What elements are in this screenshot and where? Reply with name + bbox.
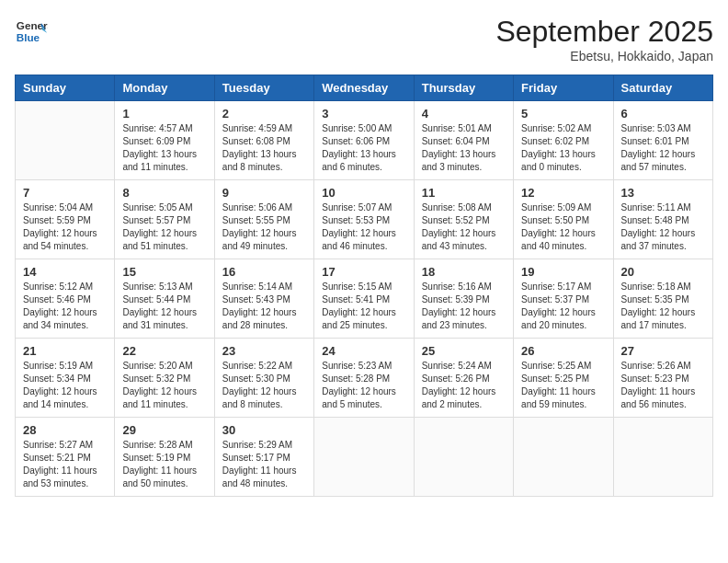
svg-text:Blue: Blue (17, 31, 40, 43)
weekday-header-row: SundayMondayTuesdayWednesdayThursdayFrid… (16, 75, 713, 101)
day-number: 19 (521, 265, 605, 279)
day-number: 20 (621, 265, 705, 279)
day-number: 30 (222, 423, 306, 437)
day-number: 6 (621, 107, 705, 121)
day-info: Sunrise: 5:19 AM Sunset: 5:34 PM Dayligh… (23, 360, 107, 411)
calendar-body: 1Sunrise: 4:57 AM Sunset: 6:09 PM Daylig… (16, 101, 713, 497)
calendar-cell (514, 418, 613, 497)
calendar-cell: 10Sunrise: 5:07 AM Sunset: 5:53 PM Dayli… (314, 180, 414, 259)
day-info: Sunrise: 5:20 AM Sunset: 5:32 PM Dayligh… (122, 360, 206, 411)
day-number: 11 (422, 186, 506, 200)
day-number: 18 (422, 265, 506, 279)
calendar-cell: 25Sunrise: 5:24 AM Sunset: 5:26 PM Dayli… (414, 339, 513, 418)
calendar-cell: 8Sunrise: 5:05 AM Sunset: 5:57 PM Daylig… (115, 180, 214, 259)
day-info: Sunrise: 5:26 AM Sunset: 5:23 PM Dayligh… (621, 360, 705, 411)
day-number: 7 (23, 186, 107, 200)
calendar-cell (16, 101, 115, 180)
calendar-cell: 18Sunrise: 5:16 AM Sunset: 5:39 PM Dayli… (414, 259, 513, 339)
day-info: Sunrise: 5:22 AM Sunset: 5:30 PM Dayligh… (222, 360, 306, 411)
calendar-cell: 17Sunrise: 5:15 AM Sunset: 5:41 PM Dayli… (314, 259, 414, 339)
calendar-week-row: 14Sunrise: 5:12 AM Sunset: 5:46 PM Dayli… (16, 259, 713, 339)
day-info: Sunrise: 5:24 AM Sunset: 5:26 PM Dayligh… (422, 360, 506, 411)
calendar-cell: 12Sunrise: 5:09 AM Sunset: 5:50 PM Dayli… (514, 180, 613, 259)
day-info: Sunrise: 5:01 AM Sunset: 6:04 PM Dayligh… (422, 122, 506, 174)
location: Ebetsu, Hokkaido, Japan (495, 49, 713, 63)
day-info: Sunrise: 5:16 AM Sunset: 5:39 PM Dayligh… (422, 281, 506, 332)
calendar-table: SundayMondayTuesdayWednesdayThursdayFrid… (15, 75, 713, 497)
calendar-cell: 26Sunrise: 5:25 AM Sunset: 5:25 PM Dayli… (514, 339, 613, 418)
day-info: Sunrise: 4:57 AM Sunset: 6:09 PM Dayligh… (122, 122, 206, 174)
calendar-week-row: 7Sunrise: 5:04 AM Sunset: 5:59 PM Daylig… (16, 180, 713, 259)
day-number: 17 (322, 265, 405, 279)
day-number: 12 (521, 186, 605, 200)
title-block: September 2025 Ebetsu, Hokkaido, Japan (495, 15, 713, 63)
weekday-cell: Tuesday (214, 75, 313, 101)
day-number: 10 (322, 186, 405, 200)
calendar-cell: 20Sunrise: 5:18 AM Sunset: 5:35 PM Dayli… (613, 259, 712, 339)
calendar-cell: 27Sunrise: 5:26 AM Sunset: 5:23 PM Dayli… (613, 339, 712, 418)
day-info: Sunrise: 5:28 AM Sunset: 5:19 PM Dayligh… (122, 439, 206, 490)
calendar-cell: 3Sunrise: 5:00 AM Sunset: 6:06 PM Daylig… (314, 101, 414, 180)
calendar-cell: 21Sunrise: 5:19 AM Sunset: 5:34 PM Dayli… (16, 339, 115, 418)
calendar-cell (613, 418, 712, 497)
day-number: 21 (23, 344, 107, 358)
day-info: Sunrise: 5:13 AM Sunset: 5:44 PM Dayligh… (122, 281, 206, 332)
day-info: Sunrise: 5:04 AM Sunset: 5:59 PM Dayligh… (23, 201, 107, 253)
day-number: 22 (122, 344, 206, 358)
calendar-cell (314, 418, 414, 497)
weekday-cell: Friday (514, 75, 613, 101)
calendar-cell: 15Sunrise: 5:13 AM Sunset: 5:44 PM Dayli… (115, 259, 214, 339)
logo-icon: General Blue (15, 15, 48, 48)
calendar-cell: 24Sunrise: 5:23 AM Sunset: 5:28 PM Dayli… (314, 339, 414, 418)
day-info: Sunrise: 5:12 AM Sunset: 5:46 PM Dayligh… (23, 281, 107, 332)
day-info: Sunrise: 5:06 AM Sunset: 5:55 PM Dayligh… (222, 201, 306, 253)
day-number: 29 (122, 423, 206, 437)
calendar-cell: 23Sunrise: 5:22 AM Sunset: 5:30 PM Dayli… (214, 339, 313, 418)
day-number: 8 (122, 186, 206, 200)
day-number: 3 (322, 107, 405, 121)
day-info: Sunrise: 5:29 AM Sunset: 5:17 PM Dayligh… (222, 439, 306, 490)
calendar-cell: 28Sunrise: 5:27 AM Sunset: 5:21 PM Dayli… (16, 418, 115, 497)
day-info: Sunrise: 5:17 AM Sunset: 5:37 PM Dayligh… (521, 281, 605, 332)
day-info: Sunrise: 5:08 AM Sunset: 5:52 PM Dayligh… (422, 201, 506, 253)
day-info: Sunrise: 5:07 AM Sunset: 5:53 PM Dayligh… (322, 201, 405, 253)
page-header: General Blue September 2025 Ebetsu, Hokk… (15, 15, 713, 63)
day-info: Sunrise: 5:05 AM Sunset: 5:57 PM Dayligh… (122, 201, 206, 253)
calendar-cell: 9Sunrise: 5:06 AM Sunset: 5:55 PM Daylig… (214, 180, 313, 259)
day-info: Sunrise: 5:00 AM Sunset: 6:06 PM Dayligh… (322, 122, 405, 174)
day-number: 5 (521, 107, 605, 121)
day-number: 2 (222, 107, 306, 121)
calendar-cell: 29Sunrise: 5:28 AM Sunset: 5:19 PM Dayli… (115, 418, 214, 497)
day-number: 1 (122, 107, 206, 121)
calendar-cell: 5Sunrise: 5:02 AM Sunset: 6:02 PM Daylig… (514, 101, 613, 180)
day-info: Sunrise: 5:09 AM Sunset: 5:50 PM Dayligh… (521, 201, 605, 253)
calendar-cell (414, 418, 513, 497)
day-number: 24 (322, 344, 405, 358)
weekday-cell: Saturday (613, 75, 712, 101)
day-number: 9 (222, 186, 306, 200)
day-number: 16 (222, 265, 306, 279)
calendar-cell: 19Sunrise: 5:17 AM Sunset: 5:37 PM Dayli… (514, 259, 613, 339)
calendar-cell: 2Sunrise: 4:59 AM Sunset: 6:08 PM Daylig… (214, 101, 313, 180)
calendar-cell: 4Sunrise: 5:01 AM Sunset: 6:04 PM Daylig… (414, 101, 513, 180)
day-info: Sunrise: 5:03 AM Sunset: 6:01 PM Dayligh… (621, 122, 705, 174)
day-number: 25 (422, 344, 506, 358)
day-number: 4 (422, 107, 506, 121)
calendar-week-row: 21Sunrise: 5:19 AM Sunset: 5:34 PM Dayli… (16, 339, 713, 418)
calendar-cell: 30Sunrise: 5:29 AM Sunset: 5:17 PM Dayli… (214, 418, 313, 497)
day-info: Sunrise: 5:02 AM Sunset: 6:02 PM Dayligh… (521, 122, 605, 174)
day-info: Sunrise: 5:23 AM Sunset: 5:28 PM Dayligh… (322, 360, 405, 411)
calendar-cell: 16Sunrise: 5:14 AM Sunset: 5:43 PM Dayli… (214, 259, 313, 339)
weekday-cell: Thursday (414, 75, 513, 101)
weekday-cell: Monday (115, 75, 214, 101)
day-info: Sunrise: 5:25 AM Sunset: 5:25 PM Dayligh… (521, 360, 605, 411)
logo: General Blue (15, 15, 48, 48)
calendar-cell: 22Sunrise: 5:20 AM Sunset: 5:32 PM Dayli… (115, 339, 214, 418)
day-info: Sunrise: 5:14 AM Sunset: 5:43 PM Dayligh… (222, 281, 306, 332)
calendar-cell: 7Sunrise: 5:04 AM Sunset: 5:59 PM Daylig… (16, 180, 115, 259)
day-number: 28 (23, 423, 107, 437)
day-info: Sunrise: 4:59 AM Sunset: 6:08 PM Dayligh… (222, 122, 306, 174)
day-number: 26 (521, 344, 605, 358)
day-number: 14 (23, 265, 107, 279)
month-title: September 2025 (495, 15, 713, 49)
